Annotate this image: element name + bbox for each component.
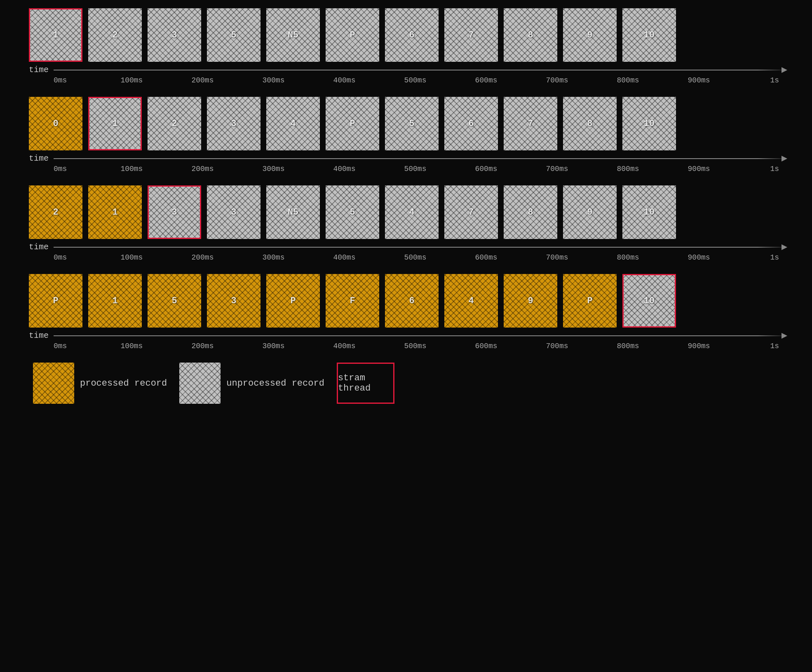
record-number: 4 [468,296,474,306]
tick-label: 400ms [333,165,355,173]
record-number: 9 [528,296,533,306]
record-number: 7 [468,30,474,40]
record-tile: 8 [504,185,557,239]
record-tile: F [326,274,379,328]
timeline-1: time [29,65,787,75]
record-tile: P [326,8,379,62]
record-number: 9 [587,207,592,218]
record-number: 5 [231,30,236,40]
record-tile: 10 [622,8,676,62]
record-tile: 10 [622,274,676,328]
legend-processed-label: processed record [80,378,167,389]
records-row-2: 01234P567810 [25,97,787,150]
tick-label: 300ms [262,342,284,350]
record-number: 10 [644,296,655,306]
tick-label: 500ms [404,165,426,173]
record-number: P [350,119,355,129]
record-number: 6 [468,119,474,129]
record-number: 8 [528,30,533,40]
tick-label: 100ms [120,253,143,262]
tick-label: 400ms [333,342,355,350]
tick-label: 200ms [191,342,214,350]
tick-label: 100ms [120,342,143,350]
tick-label: 0ms [54,165,67,173]
tick-label: 1s [770,165,779,173]
legend-unprocessed-label: unprocessed record [226,378,324,389]
record-tile: 0 [29,97,82,150]
row-section-2: 01234P567810 time 0ms100ms200ms300ms400m… [25,97,787,173]
tick-label: 500ms [404,76,426,84]
record-number: 6 [409,296,414,306]
record-tile: P [29,274,82,328]
tick-label: 700ms [546,253,568,262]
record-number: 2 [53,207,58,218]
record-number: 9 [587,30,592,40]
tick-label: 900ms [688,76,710,84]
record-number: 7 [468,207,474,218]
record-tile: 4 [266,97,320,150]
tick-label: 600ms [475,253,497,262]
record-number: 4 [409,207,414,218]
tick-label: 700ms [546,342,568,350]
tick-label: 700ms [546,165,568,173]
record-number: 10 [644,119,655,129]
tick-label: 200ms [191,76,214,84]
tick-label: 800ms [617,76,639,84]
tick-label: 800ms [617,253,639,262]
records-row-3: 2133N55478910 [25,185,787,239]
record-number: 1 [53,30,58,40]
record-number: 3 [171,30,177,40]
record-tile: P [326,97,379,150]
record-number: 0 [53,119,58,129]
tick-label: 100ms [120,165,143,173]
timeline-ticks-2: 0ms100ms200ms300ms400ms500ms600ms700ms80… [29,165,787,173]
timeline-2: time [29,154,787,163]
record-tile: 9 [563,8,617,62]
row-section-1: 1235N5P678910 time 0ms100ms200ms300ms400… [25,8,787,84]
record-tile: 1 [88,185,142,239]
record-tile: 4 [385,185,439,239]
tick-label: 500ms [404,342,426,350]
record-tile: 1 [29,8,82,62]
tick-label: 600ms [475,76,497,84]
tick-label: 300ms [262,165,284,173]
record-number: 1 [112,119,117,129]
tick-label: 500ms [404,253,426,262]
record-number: P [290,296,296,306]
tick-label: 1s [770,342,779,350]
tick-label: 0ms [54,76,67,84]
legend-thread: stram thread [337,363,394,404]
record-number: 2 [112,30,117,40]
record-number: F [350,296,355,306]
record-tile: 7 [504,97,557,150]
record-tile: 1 [88,274,142,328]
timeline-ticks-3: 0ms100ms200ms300ms400ms500ms600ms700ms80… [29,253,787,262]
record-tile: 6 [385,8,439,62]
legend-thread-box: stram thread [337,363,394,404]
timeline-3: time [29,242,787,252]
record-number: P [350,30,355,40]
record-tile: 6 [385,274,439,328]
record-tile: 5 [326,185,379,239]
record-number: 3 [231,296,236,306]
record-tile: 8 [563,97,617,150]
record-tile: 9 [563,185,617,239]
record-number: 1 [112,296,117,306]
record-tile: 1 [88,97,142,150]
tick-label: 900ms [688,342,710,350]
tick-label: 600ms [475,342,497,350]
tick-label: 300ms [262,76,284,84]
tick-label: 800ms [617,165,639,173]
legend: processed record unprocessed record stra… [25,363,787,404]
record-tile: P [266,274,320,328]
record-number: 7 [528,119,533,129]
timeline-ticks-4: 0ms100ms200ms300ms400ms500ms600ms700ms80… [29,342,787,350]
record-number: N5 [288,207,298,218]
tick-label: 600ms [475,165,497,173]
record-number: 2 [171,119,177,129]
record-tile: 5 [385,97,439,150]
row-section-4: P153PF649P10 time 0ms100ms200ms300ms400m… [25,274,787,350]
records-row-1: 1235N5P678910 [25,8,787,62]
tick-label: 0ms [54,342,67,350]
record-number: 5 [409,119,414,129]
